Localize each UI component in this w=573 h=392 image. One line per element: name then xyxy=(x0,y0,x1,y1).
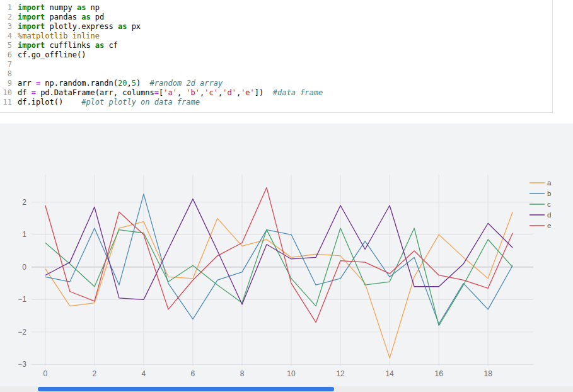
y-tick-label: −1 xyxy=(18,295,26,304)
legend-item[interactable]: c xyxy=(530,200,551,208)
code-line[interactable]: 10df = pd.DataFrame(arr, columns=['a', '… xyxy=(0,88,552,98)
x-tick-label: 10 xyxy=(287,369,296,378)
horizontal-scrollbar-track[interactable] xyxy=(0,386,573,392)
y-tick-label: 1 xyxy=(22,230,26,239)
code-line[interactable]: 1import numpy as np xyxy=(0,3,552,13)
legend-label: e xyxy=(547,222,551,229)
code-lines[interactable]: 1import numpy as np2import pandas as pd3… xyxy=(0,3,552,107)
y-tick-label: −2 xyxy=(18,328,26,337)
x-tick-label: 0 xyxy=(43,369,48,378)
cell-output-area: −3−2−1012024681012141618abcde xyxy=(0,124,573,386)
code-line[interactable]: 4%matplotlib inline xyxy=(0,32,552,41)
legend-label: c xyxy=(547,200,551,208)
code-line[interactable]: 7 xyxy=(0,60,552,69)
plotly-line-chart[interactable]: −3−2−1012024681012141618abcde xyxy=(0,130,573,382)
legend-item[interactable]: d xyxy=(530,211,551,219)
line-number: 8 xyxy=(0,69,18,79)
line-number: 6 xyxy=(0,50,18,60)
legend-item[interactable]: b xyxy=(530,190,551,197)
line-number: 3 xyxy=(0,22,18,32)
y-tick-label: −3 xyxy=(18,360,26,369)
line-number: 7 xyxy=(0,60,18,69)
legend-label: b xyxy=(547,190,551,197)
legend-label: a xyxy=(547,179,552,187)
x-tick-label: 8 xyxy=(240,369,245,378)
y-tick-label: 2 xyxy=(22,198,26,207)
code-line[interactable]: 5import cufflinks as cf xyxy=(0,41,552,50)
code-line[interactable]: 11df.iplot() #plot plotly on data frame xyxy=(0,98,552,107)
line-number: 4 xyxy=(0,32,18,41)
legend-item[interactable]: e xyxy=(530,222,551,229)
code-line[interactable]: 2import pandas as pd xyxy=(0,13,552,22)
code-line[interactable]: 9arr = np.random.randn(20,5) #random 2d … xyxy=(0,79,552,88)
x-tick-label: 14 xyxy=(385,369,394,378)
x-tick-label: 18 xyxy=(484,369,493,378)
line-number: 2 xyxy=(0,13,18,22)
legend-label: d xyxy=(547,211,551,219)
series-line-d[interactable] xyxy=(45,199,512,304)
code-line[interactable]: 8 xyxy=(0,69,552,79)
x-tick-label: 16 xyxy=(434,369,443,378)
x-tick-label: 4 xyxy=(142,369,146,378)
code-line[interactable]: 3import plotly.express as px xyxy=(0,22,552,32)
y-tick-label: 0 xyxy=(22,263,26,272)
x-tick-label: 12 xyxy=(336,369,345,378)
code-cell-editor[interactable]: 1import numpy as np2import pandas as pd3… xyxy=(0,0,553,113)
line-number: 11 xyxy=(0,98,18,107)
line-number: 1 xyxy=(0,3,18,13)
line-number: 5 xyxy=(0,41,18,50)
horizontal-scrollbar-thumb[interactable] xyxy=(38,387,334,391)
x-tick-label: 6 xyxy=(191,369,195,378)
line-number: 10 xyxy=(0,88,18,98)
legend-item[interactable]: a xyxy=(530,179,552,187)
series-line-b[interactable] xyxy=(45,194,512,324)
line-number: 9 xyxy=(0,79,18,88)
x-tick-label: 2 xyxy=(93,369,97,378)
notebook-page: 1import numpy as np2import pandas as pd3… xyxy=(0,0,573,392)
code-line[interactable]: 6cf.go_offline() xyxy=(0,50,552,60)
